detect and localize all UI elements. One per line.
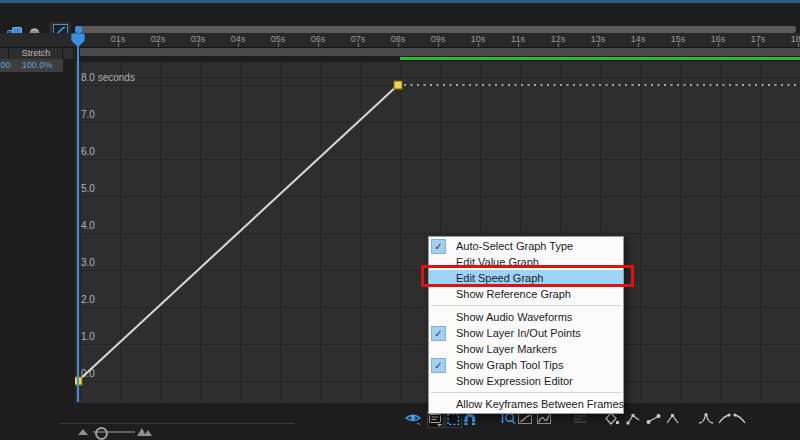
menu-item-label: Show Layer In/Out Points [456,327,581,339]
menu-item-auto-select-graph-type[interactable]: ✓Auto-Select Graph Type [429,238,623,254]
ruler-tick [678,43,679,47]
ruler-tick [718,43,719,47]
ruler-tick [278,43,279,47]
ruler-tick [318,43,319,47]
panel-top-accent [0,0,800,3]
menu-item-show-graph-tool-tips[interactable]: ✓Show Graph Tool Tips [429,357,623,373]
graph-value-label: 0.0 [81,368,95,379]
checkmark-icon: ✓ [431,358,446,373]
menu-item-label: Show Reference Graph [456,288,571,300]
ruler-tick [438,43,439,47]
menu-item-label: Show Graph Tool Tips [456,359,563,371]
ease-out-icon[interactable] [733,411,748,426]
keyframe-bezier-icon[interactable] [626,411,642,426]
time-ruler[interactable]: 0s01s02s03s04s05s06s07s08s09s10s11s12s13… [0,33,800,48]
ruler-tick [158,43,159,47]
stretch-percentage-value[interactable]: 100.0% [16,60,58,70]
graph-value-label: 1.0 [81,331,95,342]
ruler-tick [598,43,599,47]
menu-separator [431,392,621,393]
checkmark-icon: ✓ [431,239,446,254]
menu-item-label: Show Layer Markers [456,343,557,355]
column-divider [8,47,9,59]
graph-value-label: 8.0 seconds [81,72,135,83]
ruler-tick [798,43,799,47]
graph-value-label: 7.0 [81,109,95,120]
zoom-in-icon[interactable] [137,425,155,437]
checkmark-icon: ✓ [431,326,446,341]
menu-item-label: Show Expression Editor [456,375,573,387]
horizontal-scrollbar[interactable] [80,26,796,33]
graph-editor-context-menu: ✓Auto-Select Graph TypeEdit Value GraphE… [428,236,624,414]
layer-stretch-row: :00 100.0% [0,59,63,72]
menu-item-label: Show Audio Waveforms [456,311,572,323]
menu-item-show-reference-graph[interactable]: Show Reference Graph [429,286,623,302]
keyframe-corner-icon[interactable] [665,411,680,426]
menu-item-allow-keyframes-between-frames[interactable]: Allow Keyframes Between Frames [429,396,623,412]
keyframe-marker[interactable] [394,81,402,89]
menu-item-show-audio-waveforms[interactable]: Show Audio Waveforms [429,309,623,325]
zoom-out-icon[interactable] [77,427,89,436]
menu-item-show-expression-editor[interactable]: Show Expression Editor [429,373,623,389]
work-area-bar[interactable] [80,48,800,56]
graph-value-label: 6.0 [81,146,95,157]
graph-value-label: 4.0 [81,220,95,231]
ruler-tick [358,43,359,47]
graph-value-label: 2.0 [81,294,95,305]
zoom-slider-knob[interactable] [95,427,108,440]
current-time-indicator-line [77,26,79,402]
layer-duration-bar [400,57,800,60]
ease-in-icon[interactable] [716,411,731,426]
stretch-column-header[interactable]: Stretch [0,46,75,60]
show-properties-eye-icon[interactable] [405,411,422,426]
ruler-tick [758,43,759,47]
menu-item-show-layer-markers[interactable]: Show Layer Markers [429,341,623,357]
ruler-tick [518,43,519,47]
ruler-tick [478,43,479,47]
stretch-header-label: Stretch [10,48,62,58]
column-divider [73,47,74,59]
graph-value-label: 5.0 [81,183,95,194]
zoom-panel-divider [60,423,295,424]
ruler-tick [398,43,399,47]
ruler-tick [238,43,239,47]
current-time-indicator-head[interactable] [71,33,85,48]
after-effects-graph-editor: Stretch :00 100.0% 0s01s02s03s04s05s06s0… [0,0,800,440]
keyframe-handles-icon[interactable] [646,411,662,426]
easy-ease-icon[interactable] [698,411,714,426]
ruler-tick [558,43,559,47]
menu-item-label: Auto-Select Graph Type [456,240,573,252]
layer-time-value[interactable]: :00 [0,60,14,70]
column-divider [62,47,63,59]
menu-separator [431,305,621,306]
menu-item-show-layer-in-out-points[interactable]: ✓Show Layer In/Out Points [429,325,623,341]
ruler-tick [198,43,199,47]
graph-value-label: 3.0 [81,257,95,268]
menu-item-label: Allow Keyframes Between Frames [456,398,624,410]
ruler-tick [118,43,119,47]
annotation-red-box [421,265,634,287]
ruler-tick [638,43,639,47]
